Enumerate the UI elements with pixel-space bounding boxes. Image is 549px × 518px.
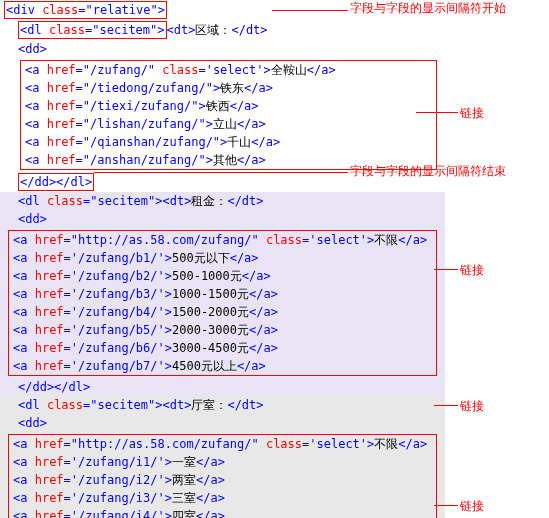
code-container: 字段与字段的显示间隔符开始 字段与字段的显示间隔符结束 链接 链接 链接 链接 … — [0, 0, 445, 518]
code-line: <a href="http://as.58.com/zufang/" class… — [9, 231, 436, 249]
code-line: </dd></dl> — [0, 378, 445, 396]
code-line: <a href="http://as.58.com/zufang/" class… — [9, 435, 436, 453]
code-line: <a href="/tiedong/zufang/">铁东</a> — [21, 79, 436, 97]
links-box-region: <a href="/zufang/" class='select'>全鞍山</a… — [20, 60, 437, 170]
code-line: <a href='/zufang/b7/'>4500元以上</a> — [9, 357, 436, 375]
annotation-line — [272, 10, 348, 11]
annotation-line — [416, 112, 458, 113]
code-line: <a href="/qianshan/zufang/">千山</a> — [21, 133, 436, 151]
code-line: <a href='/zufang/b2/'>500-1000元</a> — [9, 267, 436, 285]
code-line: <a href='/zufang/i1/'>一室</a> — [9, 453, 436, 471]
code-line: <a href='/zufang/b1/'>500元以下</a> — [9, 249, 436, 267]
annotation-link-2: 链接 — [460, 262, 484, 279]
code-line: <dd> — [0, 40, 445, 58]
code-line: <dl class="secitem"><dt>厅室：</dt> — [0, 396, 445, 414]
annotation-field-start: 字段与字段的显示间隔符开始 — [350, 0, 506, 17]
links-box-rent: <a href="http://as.58.com/zufang/" class… — [8, 230, 437, 376]
code-line: <a href='/zufang/b4/'>1500-2000元</a> — [9, 303, 436, 321]
div-open-highlight: <div class="relative"> — [4, 1, 167, 19]
annotation-link-4: 链接 — [460, 498, 484, 515]
code-line: <a href='/zufang/b6/'>3000-4500元</a> — [9, 339, 436, 357]
code-line: <a href="/tiexi/zufang/">铁西</a> — [21, 97, 436, 115]
code-line: <a href='/zufang/i3/'>三室</a> — [9, 489, 436, 507]
code-line: <dd> — [0, 210, 445, 228]
dl-open-highlight: <dl class="secitem"> — [18, 21, 167, 39]
annotation-line — [434, 405, 458, 406]
code-line: <a href='/zufang/b5/'>2000-3000元</a> — [9, 321, 436, 339]
code-line: <a href="/lishan/zufang/">立山</a> — [21, 115, 436, 133]
annotation-field-end: 字段与字段的显示间隔符结束 — [350, 163, 506, 180]
annotation-line — [434, 269, 458, 270]
code-line: <dl class="secitem"><dt>租金：</dt> — [0, 192, 445, 210]
dd-dl-close-highlight: </dd></dl> — [18, 173, 94, 191]
annotation-link-1: 链接 — [460, 105, 484, 122]
annotation-line — [434, 505, 458, 506]
code-line: <dd> — [0, 414, 445, 432]
code-line: <a href="/zufang/" class='select'>全鞍山</a… — [21, 61, 436, 79]
annotation-link-3: 链接 — [460, 398, 484, 415]
code-line: <a href='/zufang/b3/'>1000-1500元</a> — [9, 285, 436, 303]
links-box-room: <a href="http://as.58.com/zufang/" class… — [8, 434, 437, 518]
code-line: <a href='/zufang/i4/'>四室</a> — [9, 507, 436, 518]
code-line: <a href='/zufang/i2/'>两室</a> — [9, 471, 436, 489]
annotation-line — [94, 172, 348, 173]
code-line: <dl class="secitem"><dt>区域：</dt> — [0, 20, 445, 40]
section-rent: <dl class="secitem"><dt>租金：</dt> <dd> <a… — [0, 192, 445, 396]
section-room: <dl class="secitem"><dt>厅室：</dt> <dd> <a… — [0, 396, 445, 518]
